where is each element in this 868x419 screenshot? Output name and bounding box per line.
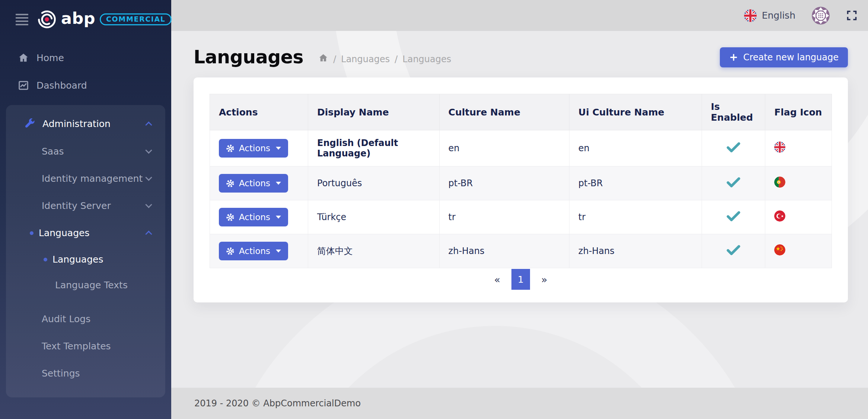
display-name-cell: Türkçe — [308, 200, 440, 234]
chevron-down-icon — [145, 174, 152, 181]
languages-table: Actions Display Name Culture Name Ui Cul… — [210, 94, 832, 268]
uk-flag-icon — [744, 9, 757, 22]
breadcrumb-home-icon[interactable] — [318, 53, 328, 65]
display-name-cell: 简体中文 — [308, 234, 440, 268]
check-icon — [727, 245, 740, 255]
caret-down-icon — [276, 182, 281, 185]
pagination-next[interactable]: » — [530, 274, 559, 285]
sidebar-header: abp COMMERCIAL — [0, 0, 171, 39]
column-header-display-name: Display Name — [308, 94, 440, 130]
caret-down-icon — [276, 216, 281, 219]
breadcrumb-item[interactable]: Languages — [341, 54, 390, 64]
ui-culture-name-cell: en — [569, 130, 702, 166]
pagination-page-1[interactable]: 1 — [511, 269, 530, 290]
column-header-culture-name: Culture Name — [439, 94, 569, 130]
chevron-up-icon — [145, 231, 152, 237]
check-icon — [727, 211, 740, 222]
plus-icon — [729, 53, 738, 62]
brand-name: abp — [61, 10, 95, 26]
sidebar: abp COMMERCIAL Home Dashboard — [0, 0, 171, 419]
culture-name-cell: tr — [439, 200, 569, 234]
sidebar-item-label: Dashboard — [36, 80, 87, 91]
abp-logo[interactable]: abp COMMERCIAL — [37, 10, 172, 29]
table-header-row: Actions Display Name Culture Name Ui Cul… — [210, 94, 832, 130]
actions-button-label: Actions — [239, 212, 270, 222]
active-dot-icon — [30, 231, 33, 235]
gear-icon — [226, 179, 234, 188]
table-row: Actions English (Default Language) en en — [210, 130, 832, 166]
flag-cell — [765, 166, 832, 200]
app-root: abp COMMERCIAL Home Dashboard — [0, 0, 868, 419]
user-avatar[interactable] — [812, 7, 830, 25]
flag-cell — [765, 130, 832, 166]
check-icon — [727, 177, 740, 188]
sidebar-item-audit-logs[interactable]: Audit Logs — [6, 305, 165, 333]
actions-button-label: Actions — [239, 178, 270, 188]
page-title: Languages — [194, 47, 303, 68]
sidebar-item-text-templates[interactable]: Text Templates — [6, 333, 165, 360]
table-row: Actions Português pt-BR pt-BR — [210, 166, 832, 200]
sidebar-item-languages[interactable]: Languages — [6, 247, 165, 272]
menu-toggle-icon[interactable] — [15, 12, 29, 28]
sidebar-item-identity-server[interactable]: Identity Server — [6, 192, 165, 219]
sidebar-nav: Home Dashboard — [0, 44, 171, 397]
row-actions-button[interactable]: Actions — [219, 242, 288, 260]
current-language-label: English — [762, 10, 795, 21]
actions-button-label: Actions — [239, 143, 270, 153]
sidebar-item-home[interactable]: Home — [0, 44, 171, 72]
topbar: English — [171, 0, 868, 31]
caret-down-icon — [276, 250, 281, 253]
breadcrumb: / Languages / Languages — [318, 53, 451, 65]
row-actions-button[interactable]: Actions — [219, 208, 288, 226]
sidebar-item-label: Identity Server — [42, 200, 111, 211]
pagination: « 1 » — [210, 268, 832, 290]
flag-china-icon — [774, 244, 785, 255]
sidebar-item-dashboard[interactable]: Dashboard — [0, 72, 171, 99]
abp-logo-mark-icon — [37, 10, 57, 29]
copyright-text: 2019 - 2020 © AbpCommercialDemo — [194, 398, 361, 409]
create-new-language-button[interactable]: Create new language — [720, 47, 848, 67]
fullscreen-icon[interactable] — [846, 10, 858, 21]
is-enabled-cell — [702, 166, 765, 200]
row-actions-button[interactable]: Actions — [219, 139, 288, 158]
sidebar-item-languages-group[interactable]: Languages — [6, 219, 165, 247]
is-enabled-cell — [702, 200, 765, 234]
sidebar-item-label: Settings — [42, 368, 80, 379]
row-actions-button[interactable]: Actions — [219, 174, 288, 193]
sidebar-item-label: Languages — [52, 254, 103, 265]
create-button-label: Create new language — [743, 52, 839, 63]
chevron-up-icon — [145, 121, 152, 128]
breadcrumb-item[interactable]: Languages — [402, 54, 451, 64]
column-header-ui-culture-name: Ui Culture Name — [569, 94, 702, 130]
ui-culture-name-cell: pt-BR — [569, 166, 702, 200]
sidebar-item-label: Home — [36, 53, 64, 63]
sidebar-item-language-texts[interactable]: Language Texts — [6, 272, 165, 298]
administration-group: Administration Saas Identity management … — [6, 105, 165, 397]
display-name-cell: English (Default Language) — [308, 130, 440, 166]
sidebar-item-label: Saas — [42, 146, 64, 157]
sidebar-item-settings[interactable]: Settings — [6, 360, 165, 387]
sidebar-item-administration[interactable]: Administration — [6, 109, 165, 138]
pagination-prev[interactable]: « — [483, 274, 511, 285]
sidebar-item-label: Languages — [39, 228, 89, 238]
table-row: Actions 简体中文 zh-Hans zh-Hans — [210, 234, 832, 268]
sidebar-item-label: Identity management — [42, 173, 143, 184]
column-header-actions: Actions — [210, 94, 308, 130]
flag-cell — [765, 234, 832, 268]
ui-culture-name-cell: tr — [569, 200, 702, 234]
sidebar-item-saas[interactable]: Saas — [6, 138, 165, 165]
flag-turkey-icon — [774, 210, 785, 222]
active-dot-icon — [44, 258, 47, 261]
sidebar-item-identity-management[interactable]: Identity management — [6, 165, 165, 192]
column-header-is-enabled: Is Enabled — [702, 94, 765, 130]
language-selector[interactable]: English — [744, 9, 795, 22]
chevron-down-icon — [145, 201, 152, 208]
culture-name-cell: en — [439, 130, 569, 166]
flag-portugal-icon — [774, 177, 785, 188]
sidebar-item-label: Text Templates — [42, 341, 111, 352]
main-area: English — [171, 0, 868, 419]
check-icon — [727, 142, 740, 153]
actions-button-label: Actions — [239, 246, 270, 256]
gear-icon — [226, 247, 234, 255]
sidebar-item-label: Language Texts — [55, 280, 128, 291]
